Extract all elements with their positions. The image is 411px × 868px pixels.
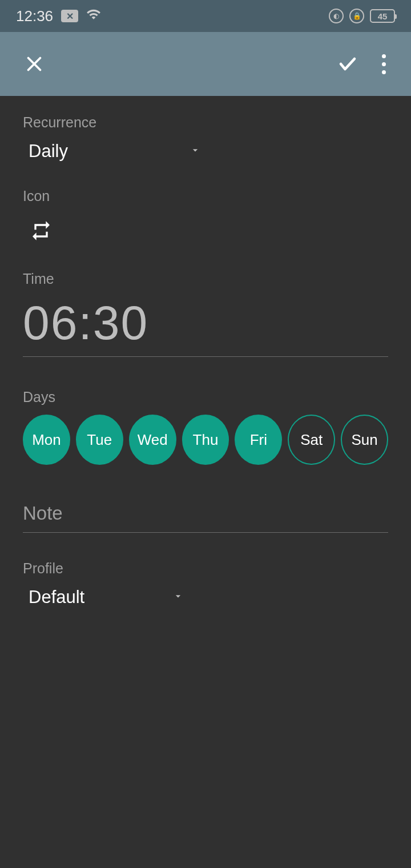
time-value: 06:30: [23, 295, 388, 351]
more-vert-icon: [382, 54, 386, 58]
recurrence-section: Recurrence Daily: [23, 114, 388, 164]
days-label: Days: [23, 389, 388, 405]
chevron-down-icon: [190, 144, 201, 158]
day-chip-mon[interactable]: Mon: [23, 415, 70, 465]
icon-picker[interactable]: [25, 215, 57, 247]
day-chip-thu[interactable]: Thu: [182, 415, 229, 465]
day-chip-wed[interactable]: Wed: [129, 415, 176, 465]
note-section: Note: [23, 503, 388, 533]
day-chip-sat[interactable]: Sat: [288, 415, 335, 465]
wifi-icon: [86, 7, 101, 26]
repeat-icon: [30, 219, 53, 242]
profile-dropdown[interactable]: Default: [23, 585, 188, 610]
close-button[interactable]: [21, 50, 48, 78]
app-bar: [0, 32, 411, 96]
status-bar-left: 12:36 ✕: [16, 7, 101, 26]
icon-section: Icon: [23, 188, 388, 247]
recurrence-label: Recurrence: [23, 114, 388, 131]
form-content: Recurrence Daily Icon Time 06:30 Days Mo…: [0, 96, 411, 652]
note-placeholder: Note: [23, 503, 63, 524]
profile-section: Profile Default: [23, 560, 388, 610]
battery-indicator: 45: [370, 9, 395, 23]
close-icon: [24, 54, 45, 74]
more-options-button[interactable]: [377, 50, 390, 79]
days-section: Days MonTueWedThuFriSatSun: [23, 389, 388, 465]
note-input[interactable]: Note: [23, 503, 388, 533]
orientation-lock-icon: 🔒: [349, 9, 364, 23]
time-label: Time: [23, 271, 388, 287]
notification-x-icon: ✕: [61, 10, 78, 22]
profile-label: Profile: [23, 560, 388, 577]
time-picker[interactable]: 06:30: [23, 295, 388, 357]
status-indicator-icon: ◐: [329, 9, 344, 23]
recurrence-value: Daily: [29, 141, 68, 162]
status-bar: 12:36 ✕ ◐ 🔒 45: [0, 0, 411, 32]
chevron-down-icon: [172, 590, 184, 604]
icon-label: Icon: [23, 188, 388, 204]
day-chip-tue[interactable]: Tue: [76, 415, 123, 465]
recurrence-dropdown[interactable]: Daily: [23, 139, 206, 164]
status-bar-right: ◐ 🔒 45: [329, 9, 395, 23]
confirm-button[interactable]: [334, 50, 361, 78]
profile-value: Default: [29, 587, 84, 608]
day-chip-fri[interactable]: Fri: [235, 415, 282, 465]
days-row: MonTueWedThuFriSatSun: [23, 415, 388, 465]
day-chip-sun[interactable]: Sun: [341, 415, 388, 465]
status-clock: 12:36: [16, 7, 53, 25]
checkmark-icon: [337, 54, 358, 74]
time-section: Time 06:30: [23, 271, 388, 357]
